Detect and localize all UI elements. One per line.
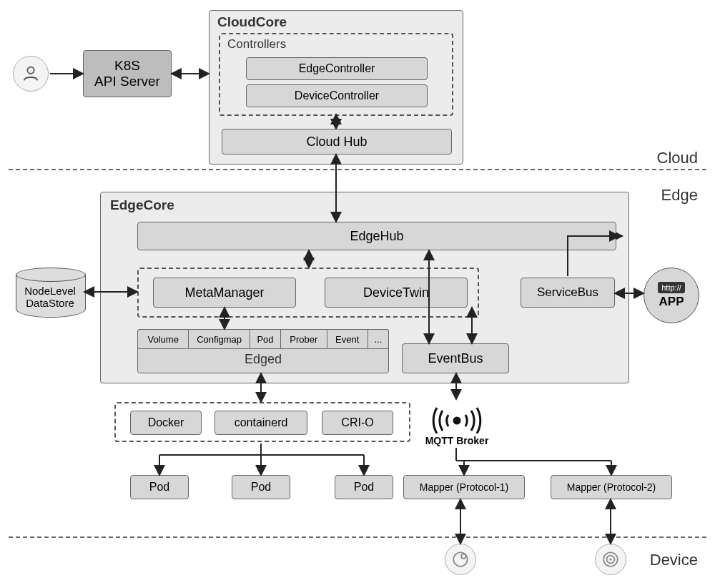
connectors — [0, 0, 715, 588]
svg-marker-18 — [616, 233, 622, 239]
